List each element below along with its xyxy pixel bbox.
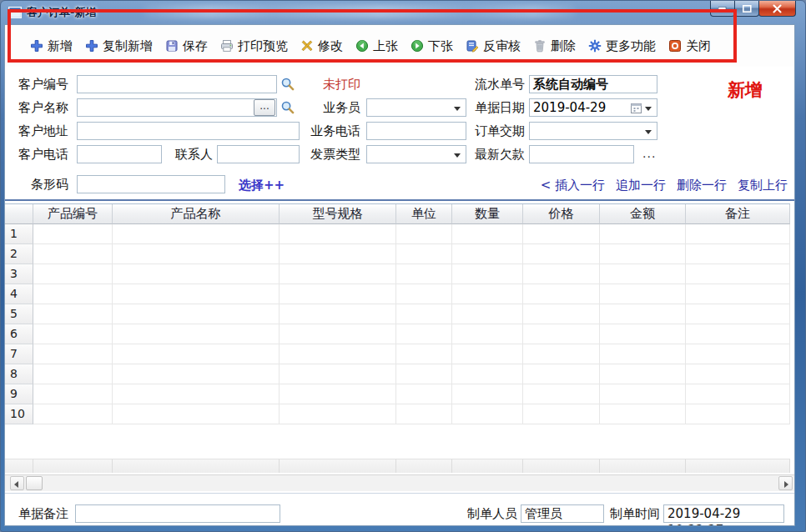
grid-cell[interactable] [523,324,600,344]
row-number-cell[interactable]: 5 [5,304,33,324]
grid-cell[interactable] [686,224,790,244]
column-header-product-no[interactable]: 产品编号 [33,204,113,224]
grid-cell[interactable] [396,324,452,344]
grid-cell[interactable] [280,304,396,324]
grid-cell[interactable] [280,364,396,384]
grid-cell[interactable] [600,264,686,284]
grid-cell[interactable] [452,304,523,324]
grid-cell[interactable] [33,344,113,364]
customer-name-input[interactable] [77,98,277,117]
grid-cell[interactable] [600,404,686,424]
toolbar-button-next-record[interactable]: 下张 [411,38,453,54]
column-header-product-name[interactable]: 产品名称 [113,204,280,224]
grid-cell[interactable] [113,264,280,284]
column-header-remark[interactable]: 备注 [686,204,790,224]
grid-cell[interactable] [396,404,452,424]
contact-input[interactable] [217,145,300,163]
grid-cell[interactable] [113,384,280,404]
grid-cell[interactable] [600,284,686,304]
grid-cell[interactable] [600,364,686,384]
close-button[interactable] [758,1,796,17]
grid-cell[interactable] [280,324,396,344]
insert-row-link[interactable]: < 插入一行 [541,178,605,193]
row-number-cell[interactable]: 3 [5,264,33,284]
grid-cell[interactable] [113,284,280,304]
grid-cell[interactable] [396,304,452,324]
column-header-price[interactable]: 价格 [523,204,600,224]
grid-cell[interactable] [523,364,600,384]
delivery-date-select[interactable] [529,122,657,140]
grid-cell[interactable] [280,404,396,424]
grid-cell[interactable] [396,264,452,284]
grid-cell[interactable] [686,384,790,404]
grid-cell[interactable] [686,244,790,264]
column-header-quantity[interactable]: 数量 [452,204,523,224]
grid-cell[interactable] [33,284,113,304]
grid-cell[interactable] [280,384,396,404]
grid-cell[interactable] [452,224,523,244]
grid-cell[interactable] [686,364,790,384]
toolbar-button-copy-add[interactable]: 复制新增 [85,38,153,54]
customer-no-input[interactable] [77,75,277,93]
toolbar-button-delete[interactable]: 删除 [533,38,576,54]
row-number-cell[interactable]: 7 [5,344,33,364]
scroll-right-button[interactable] [778,476,793,490]
toolbar-button-more-functions[interactable]: 更多功能 [588,38,656,54]
customer-phone-input[interactable] [77,145,162,163]
toolbar-button-save[interactable]: 保存 [165,38,208,54]
select-plus-link[interactable]: 选择++ [239,178,285,193]
grid-cell[interactable] [523,344,600,364]
grid-cell[interactable] [33,384,113,404]
grid-cell[interactable] [113,404,280,424]
grid-cell[interactable] [452,384,523,404]
grid-cell[interactable] [280,264,396,284]
copy-up-row-link[interactable]: 复制上行 [738,178,788,193]
grid-cell[interactable] [113,304,280,324]
toolbar-button-unaudit[interactable]: 反审核 [466,38,521,54]
grid-cell[interactable] [452,324,523,344]
row-number-cell[interactable]: 2 [5,244,33,264]
grid-cell[interactable] [452,244,523,264]
column-header-unit[interactable]: 单位 [396,204,452,224]
grid-cell[interactable] [396,344,452,364]
toolbar-button-add[interactable]: 新增 [30,38,73,54]
grid-cell[interactable] [523,284,600,304]
scroll-left-button[interactable] [10,476,24,490]
toolbar-button-prev-record[interactable]: 上张 [355,38,398,54]
grid-cell[interactable] [280,344,396,364]
grid-cell[interactable] [523,224,600,244]
grid-cell[interactable] [113,244,280,264]
grid-cell[interactable] [600,324,686,344]
delete-row-link[interactable]: 删除一行 [677,178,727,193]
column-header-amount[interactable]: 金额 [600,204,686,224]
salesman-select[interactable] [366,98,466,117]
grid-cell[interactable] [452,284,523,304]
barcode-input[interactable] [77,175,225,193]
grid-cell[interactable] [396,224,452,244]
invoice-type-select[interactable] [366,145,466,163]
scrollbar-thumb[interactable] [26,476,43,490]
grid-cell[interactable] [280,224,396,244]
latest-debt-more-button[interactable]: ... [642,147,656,160]
grid-cell[interactable] [686,304,790,324]
toolbar-button-modify[interactable]: 修改 [300,38,343,54]
row-number-cell[interactable]: 1 [5,224,33,244]
grid-cell[interactable] [600,224,686,244]
grid-cell[interactable] [452,264,523,284]
grid-cell[interactable] [33,244,113,264]
sales-phone-input[interactable] [366,122,466,140]
grid-cell[interactable] [686,404,790,424]
grid-cell[interactable] [523,404,600,424]
horizontal-scrollbar[interactable] [5,474,794,491]
customer-addr-input[interactable] [77,122,300,140]
grid-cell[interactable] [686,264,790,284]
grid-cell[interactable] [452,344,523,364]
customer-name-search-icon[interactable] [280,100,295,115]
grid-cell[interactable] [280,284,396,304]
toolbar-button-print-preview[interactable]: 打印预览 [220,38,288,54]
grid-cell[interactable] [600,344,686,364]
grid-cell[interactable] [396,384,452,404]
grid-cell[interactable] [33,364,113,384]
toolbar-button-close-form[interactable]: 关闭 [668,38,711,54]
grid-cell[interactable] [396,244,452,264]
